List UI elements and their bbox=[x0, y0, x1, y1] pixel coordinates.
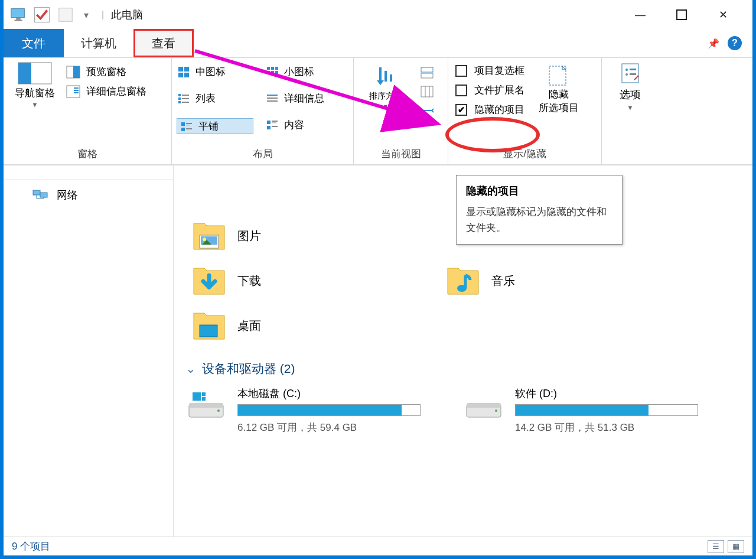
checkbox-qat-icon[interactable] bbox=[33, 6, 51, 24]
group-panes-label: 窗格 bbox=[8, 145, 167, 163]
layout-small[interactable]: 小图标 bbox=[265, 65, 342, 79]
options-button[interactable]: 选项 ▼ bbox=[618, 61, 642, 111]
layout-content[interactable]: 内容 bbox=[265, 118, 342, 132]
svg-rect-3 bbox=[35, 8, 50, 22]
layout-medium[interactable]: 中图标 bbox=[177, 65, 253, 79]
view-large-button[interactable]: ▦ bbox=[728, 540, 744, 553]
svg-rect-56 bbox=[630, 73, 636, 75]
group-by-icon[interactable] bbox=[420, 66, 434, 79]
status-item-count: 9 个项目 bbox=[12, 540, 50, 553]
svg-rect-26 bbox=[178, 98, 181, 100]
help-icon[interactable]: ? bbox=[728, 36, 742, 50]
svg-rect-32 bbox=[267, 100, 278, 102]
layout-details[interactable]: 详细信息 bbox=[265, 92, 342, 105]
svg-rect-68 bbox=[202, 392, 206, 396]
blank-qat-icon[interactable] bbox=[57, 6, 74, 24]
svg-rect-12 bbox=[74, 90, 79, 91]
monitor-icon[interactable] bbox=[9, 6, 27, 24]
svg-rect-17 bbox=[184, 73, 189, 77]
tab-view[interactable]: 查看 bbox=[133, 29, 194, 57]
folder-icon bbox=[191, 220, 227, 252]
folder-desktop[interactable]: 桌面 bbox=[185, 306, 439, 345]
svg-point-55 bbox=[625, 73, 628, 76]
svg-rect-19 bbox=[271, 67, 274, 70]
drive-usage-bar bbox=[237, 404, 421, 416]
group-header-devices[interactable]: ⌄ 设备和驱动器 (2) bbox=[185, 360, 752, 377]
size-columns-icon[interactable] bbox=[420, 104, 434, 117]
svg-rect-13 bbox=[74, 92, 79, 93]
svg-rect-46 bbox=[421, 67, 433, 72]
drive-icon bbox=[463, 389, 504, 422]
sidebar-item-network[interactable]: 网络 bbox=[4, 184, 173, 206]
svg-rect-48 bbox=[421, 86, 433, 97]
svg-rect-30 bbox=[267, 95, 278, 96]
svg-rect-58 bbox=[33, 190, 40, 195]
svg-rect-45 bbox=[390, 74, 392, 82]
folder-music[interactable]: 音乐 bbox=[439, 261, 693, 300]
svg-point-74 bbox=[495, 410, 497, 412]
ribbon: 导航窗格 ▼ 预览窗格 详细信息窗格 窗格 中图标 bbox=[4, 58, 752, 165]
preview-pane-button[interactable]: 预览窗格 bbox=[66, 65, 146, 79]
svg-rect-5 bbox=[677, 10, 686, 20]
qat-dropdown-icon[interactable]: ▾ bbox=[80, 9, 92, 21]
view-details-button[interactable]: ☰ bbox=[708, 540, 724, 553]
layout-tiles[interactable]: 平铺 bbox=[177, 118, 253, 134]
svg-rect-36 bbox=[181, 128, 185, 131]
folder-pictures[interactable]: 图片 bbox=[185, 216, 439, 255]
svg-rect-43 bbox=[379, 67, 382, 82]
svg-point-57 bbox=[637, 76, 639, 77]
navigation-pane-button[interactable]: 导航窗格 ▼ bbox=[8, 61, 61, 108]
drive-usage-bar bbox=[515, 404, 698, 416]
tab-file[interactable]: 文件 bbox=[4, 29, 64, 57]
svg-rect-37 bbox=[186, 128, 192, 129]
minimize-button[interactable]: — bbox=[628, 3, 652, 27]
svg-rect-4 bbox=[59, 8, 73, 22]
svg-rect-59 bbox=[40, 193, 47, 197]
folder-icon bbox=[191, 310, 227, 342]
layout-list[interactable]: 列表 bbox=[177, 92, 253, 105]
hide-selected-button[interactable]: 隐藏 所选项目 bbox=[533, 64, 585, 115]
svg-rect-64 bbox=[200, 325, 217, 337]
close-button[interactable]: ✕ bbox=[711, 3, 735, 27]
folder-downloads[interactable]: 下载 bbox=[185, 261, 439, 300]
svg-rect-23 bbox=[275, 71, 278, 74]
svg-rect-15 bbox=[184, 67, 189, 72]
svg-rect-40 bbox=[272, 122, 276, 124]
chevron-down-icon: ⌄ bbox=[185, 362, 196, 376]
svg-rect-16 bbox=[178, 73, 183, 77]
svg-point-71 bbox=[217, 410, 220, 412]
tooltip: 隐藏的项目 显示或隐藏标记为隐藏的文件和文件夹。 bbox=[456, 175, 623, 245]
group-showhide-label: 显示/隐藏 bbox=[453, 145, 597, 163]
checkbox-hidden-items[interactable]: 隐藏的项目 bbox=[455, 103, 524, 116]
drive-icon bbox=[185, 389, 227, 422]
add-columns-icon[interactable] bbox=[420, 85, 434, 98]
pin-icon[interactable]: 📌 bbox=[708, 38, 719, 49]
svg-point-53 bbox=[625, 69, 628, 71]
tab-computer[interactable]: 计算机 bbox=[64, 29, 133, 57]
svg-rect-29 bbox=[182, 102, 189, 103]
maximize-button[interactable] bbox=[670, 3, 693, 27]
svg-rect-44 bbox=[384, 71, 387, 82]
window-title: 此电脑 bbox=[111, 8, 143, 22]
svg-rect-33 bbox=[181, 122, 185, 126]
svg-rect-41 bbox=[267, 126, 271, 129]
checkbox-item-checkboxes[interactable]: 项目复选框 bbox=[455, 64, 524, 77]
svg-rect-70 bbox=[193, 392, 196, 396]
svg-rect-47 bbox=[421, 73, 433, 78]
drive-d[interactable]: 软件 (D:) 14.2 GB 可用，共 51.3 GB bbox=[463, 386, 711, 434]
svg-rect-14 bbox=[178, 67, 183, 72]
status-bar: 9 个项目 ☰ ▦ bbox=[4, 537, 752, 555]
checkbox-file-extensions[interactable]: 文件扩展名 bbox=[455, 83, 524, 97]
svg-rect-20 bbox=[275, 67, 278, 70]
tooltip-title: 隐藏的项目 bbox=[466, 184, 612, 198]
svg-rect-11 bbox=[74, 87, 79, 89]
svg-point-62 bbox=[203, 238, 206, 241]
svg-rect-22 bbox=[271, 71, 274, 74]
svg-rect-1 bbox=[16, 18, 21, 20]
svg-rect-38 bbox=[267, 121, 271, 124]
network-icon bbox=[32, 188, 50, 202]
svg-rect-27 bbox=[182, 98, 189, 99]
sort-by-button[interactable]: 排序方式 ▼ bbox=[359, 64, 413, 110]
drive-c[interactable]: 本地磁盘 (C:) 6.12 GB 可用，共 59.4 GB bbox=[185, 386, 434, 434]
details-pane-button[interactable]: 详细信息窗格 bbox=[66, 84, 146, 98]
